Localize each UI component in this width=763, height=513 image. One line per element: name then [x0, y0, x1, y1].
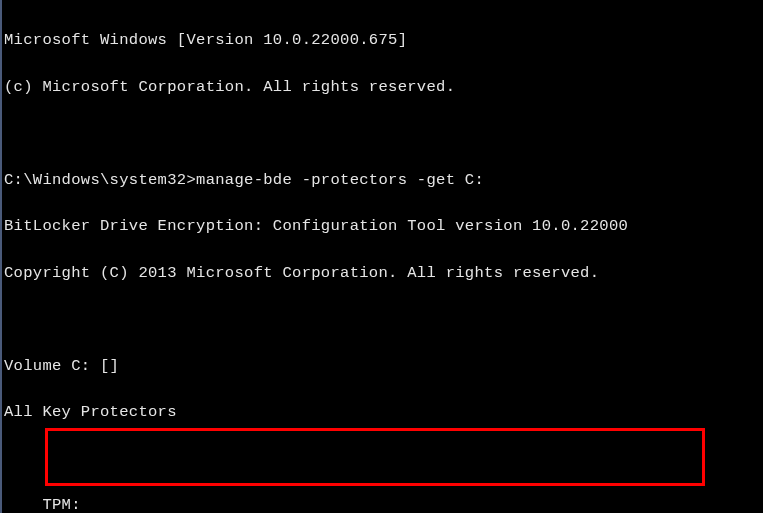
windows-version-line: Microsoft Windows [Version 10.0.22000.67… — [4, 29, 763, 52]
tool-title-line: BitLocker Drive Encryption: Configuratio… — [4, 215, 763, 238]
copyright-line: (c) Microsoft Corporation. All rights re… — [4, 76, 763, 99]
prompt: C:\Windows\system32> — [4, 171, 196, 189]
tpm-label-line: TPM: — [4, 494, 763, 513]
blank-line — [4, 448, 763, 471]
protectors-header-line: All Key Protectors — [4, 401, 763, 424]
volume-line: Volume C: [] — [4, 355, 763, 378]
blank-line — [4, 122, 763, 145]
terminal-output[interactable]: Microsoft Windows [Version 10.0.22000.67… — [0, 0, 763, 513]
blank-line — [4, 308, 763, 331]
window-border-left — [0, 0, 2, 513]
command-text: manage-bde -protectors -get C: — [196, 171, 484, 189]
command-line: C:\Windows\system32>manage-bde -protecto… — [4, 169, 763, 192]
tool-copyright-line: Copyright (C) 2013 Microsoft Corporation… — [4, 262, 763, 285]
